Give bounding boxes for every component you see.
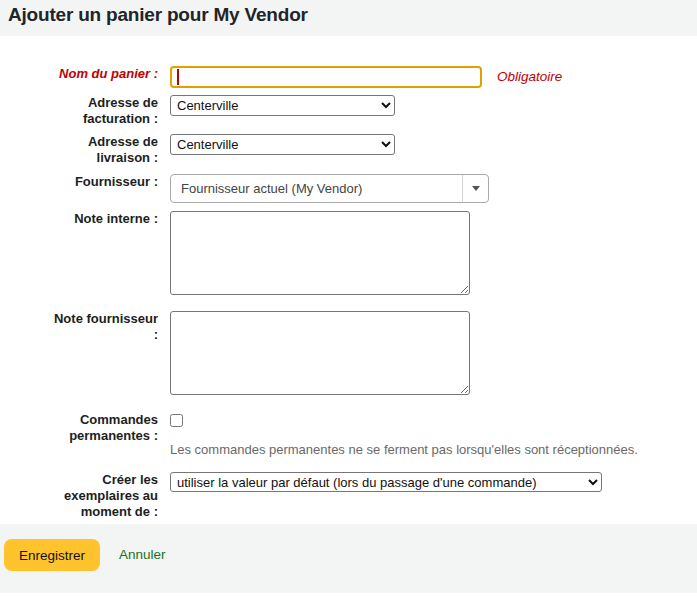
text-caret	[177, 69, 179, 85]
form-row-standing-orders: Commandes permanentes : Les commandes pe…	[0, 412, 697, 458]
vendor-label: Fournisseur :	[43, 174, 158, 190]
create-items-select[interactable]: utiliser la valeur par défaut (lors du p…	[170, 472, 602, 492]
internal-note-label: Note interne :	[43, 211, 158, 227]
form-row-vendor: Fournisseur : Fournisseur actuel (My Ven…	[0, 174, 697, 203]
billing-place-label: Adresse de facturation :	[43, 95, 158, 127]
vendor-note-textarea[interactable]	[170, 311, 470, 395]
basket-name-label: Nom du panier :	[43, 66, 158, 82]
chevron-down-icon	[472, 186, 480, 191]
internal-note-textarea[interactable]	[170, 211, 470, 295]
standing-orders-hint: Les commandes permanentes ne se ferment …	[170, 442, 638, 458]
form-row-delivery-place: Adresse de livraison : Centerville	[0, 134, 697, 166]
form-row-billing-place: Adresse de facturation : Centerville	[0, 95, 697, 127]
standing-orders-label: Commandes permanentes :	[43, 412, 158, 444]
add-basket-form: Nom du panier : Obligatoire Adresse de f…	[0, 36, 697, 520]
cancel-link[interactable]: Annuler	[119, 539, 166, 571]
vendor-combobox[interactable]: Fournisseur actuel (My Vendor)	[170, 174, 489, 203]
save-button[interactable]: Enregistrer	[4, 539, 100, 571]
page-title: Ajouter un panier pour My Vendor	[8, 4, 308, 26]
form-row-vendor-note: Note fournisseur :	[0, 311, 697, 399]
billing-place-select[interactable]: Centerville	[170, 95, 395, 116]
standing-orders-checkbox[interactable]	[170, 414, 183, 427]
form-action-bar: Enregistrer Annuler	[0, 524, 697, 593]
create-items-label: Créer les exemplaires au moment de :	[43, 472, 158, 520]
form-row-create-items: Créer les exemplaires au moment de : uti…	[0, 472, 697, 520]
vendor-note-label: Note fournisseur :	[43, 311, 158, 343]
delivery-place-label: Adresse de livraison :	[43, 134, 158, 166]
form-row-basket-name: Nom du panier : Obligatoire	[0, 66, 697, 88]
delivery-place-select[interactable]: Centerville	[170, 134, 395, 155]
vendor-dropdown-button[interactable]	[462, 175, 488, 202]
page-header: Ajouter un panier pour My Vendor	[0, 0, 697, 36]
basket-name-input[interactable]	[170, 66, 482, 88]
vendor-combobox-value: Fournisseur actuel (My Vendor)	[171, 175, 462, 202]
required-note: Obligatoire	[497, 66, 562, 88]
form-row-internal-note: Note interne :	[0, 211, 697, 299]
